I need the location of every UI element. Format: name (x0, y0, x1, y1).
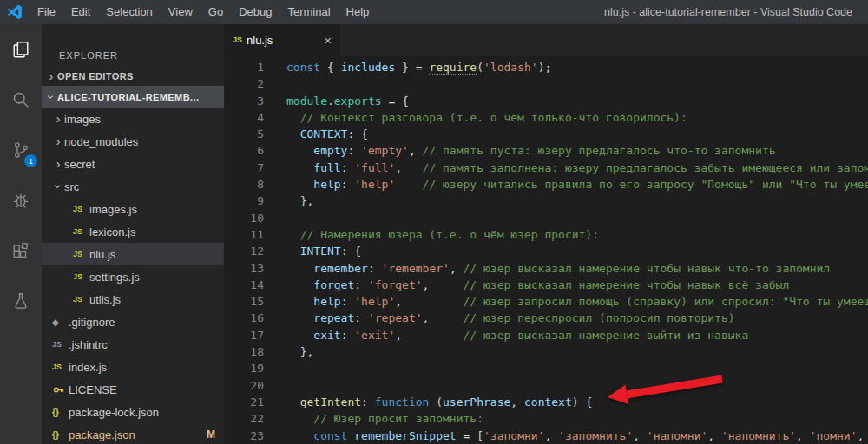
menu-help[interactable]: Help (339, 0, 378, 24)
menu-selection[interactable]: Selection (98, 0, 160, 24)
code-line-13[interactable]: remember: 'remember', // юзер высказал н… (286, 260, 868, 277)
activity-search[interactable] (0, 75, 42, 125)
code-line-20[interactable] (286, 377, 868, 394)
tree-item-.gitignore[interactable]: ◆.gitignore (42, 310, 224, 333)
tree-item-label: node_modules (64, 135, 138, 148)
activity-extensions[interactable] (0, 225, 42, 276)
tree-item-.jshintrc[interactable]: JS.jshintrc (42, 333, 224, 356)
line-number: 6 (224, 142, 264, 159)
json-file-icon: {} (52, 408, 69, 417)
tree-item-label: lexicon.js (89, 225, 135, 238)
code-line-19[interactable] (286, 360, 868, 376)
code-lines[interactable]: const { includes } = require('lodash');m… (286, 59, 868, 444)
code-line-11[interactable]: // Намерения юзера (т.е. о чём юзер прос… (286, 226, 868, 243)
line-number: 14 (224, 277, 264, 293)
line-number: 18 (224, 343, 264, 360)
tree-item-images.js[interactable]: JSimages.js (42, 198, 224, 220)
activity-debug[interactable] (0, 175, 42, 225)
menu-view[interactable]: View (161, 0, 201, 24)
code-line-3[interactable]: module.exports = { (286, 93, 868, 109)
explorer-sidebar: EXPLORER › OPEN EDITORS › ALICE-TUTORIAL… (42, 24, 224, 444)
activity-source-control[interactable]: 1 (0, 125, 42, 175)
line-number: 2 (224, 75, 264, 92)
tree-item-package-lock.json[interactable]: {}package-lock.json (42, 401, 224, 423)
menu-go[interactable]: Go (201, 0, 231, 24)
tree-item-lexicon.js[interactable]: JSlexicon.js (42, 220, 224, 243)
workbench: 1 EXPLORER › OPEN EDITORS › ALICE-TUTORI… (0, 24, 868, 444)
code-line-4[interactable]: // Контекст разговора (т.е. о чём только… (286, 109, 868, 126)
js-file-icon: JS (52, 340, 69, 349)
tree-item-index.js[interactable]: JSindex.js (42, 356, 224, 378)
code-line-22[interactable]: // Юзер просит запомнить: (286, 410, 868, 427)
tree-item-label: utils.js (89, 293, 121, 306)
tree-item-node-modules[interactable]: ›node_modules (42, 130, 224, 153)
js-file-icon: JS (73, 295, 89, 304)
menu-file[interactable]: File (30, 0, 63, 24)
sidebar-title: EXPLORER (42, 24, 224, 66)
tree-item-label: secret (64, 158, 95, 171)
tree-item-src[interactable]: ›src (42, 175, 224, 198)
folder-section[interactable]: › ALICE-TUTORIAL-REMEMB... (42, 86, 224, 108)
menu-debug[interactable]: Debug (231, 0, 279, 24)
line-number: 9 (224, 193, 264, 209)
tree-item-images[interactable]: ›images (42, 108, 224, 130)
line-number: 21 (224, 394, 264, 410)
js-file-icon: JS (73, 272, 89, 281)
line-number: 22 (224, 410, 264, 427)
open-editors-section[interactable]: › OPEN EDITORS (42, 66, 224, 86)
menubar: FileEditSelectionViewGoDebugTerminalHelp (30, 0, 377, 24)
code-line-17[interactable]: exit: 'exit', // юзер высказал намерение… (286, 327, 868, 343)
tree-item-label: package.json (69, 428, 135, 441)
file-tree: ›images›node_modules›secret›srcJSimages.… (42, 108, 224, 444)
json-file-icon: {} (52, 430, 69, 440)
activity-test[interactable] (0, 276, 42, 326)
tree-item-label: nlu.js (89, 248, 115, 261)
code-line-21[interactable]: getIntent: function (userPhrase, context… (286, 394, 868, 410)
line-number: 13 (224, 260, 264, 277)
folder-label: ALICE-TUTORIAL-REMEMB... (57, 92, 199, 102)
tree-item-secret[interactable]: ›secret (42, 153, 224, 175)
code-line-15[interactable]: help: 'help', // юзер запросил помощь (с… (286, 293, 868, 310)
line-number: 12 (224, 243, 264, 259)
tree-item-label: src (64, 180, 79, 193)
code-line-5[interactable]: CONTEXT: { (286, 126, 868, 142)
chevron-right-icon: › (52, 113, 64, 125)
chevron-down-icon: › (45, 91, 57, 103)
line-number: 5 (224, 126, 264, 142)
js-file-icon: JS (233, 36, 242, 44)
chevron-right-icon: › (52, 158, 64, 170)
line-number: 1 (224, 59, 264, 75)
activity-explorer[interactable] (0, 24, 42, 75)
code-editor: 1234567891011121314151617181920212223 co… (224, 56, 868, 444)
code-line-7[interactable]: full: 'full', // память заполнена: юзеру… (286, 160, 868, 176)
code-line-14[interactable]: forget: 'forget', // юзер высказал намер… (286, 277, 868, 293)
tree-item-settings.js[interactable]: JSsettings.js (42, 265, 224, 288)
code-line-6[interactable]: empty: 'empty', // память пуста: юзеру п… (286, 142, 868, 159)
code-line-18[interactable]: }, (286, 343, 868, 360)
menu-edit[interactable]: Edit (63, 0, 98, 24)
tab-nlu-js[interactable]: JS nlu.js × (224, 24, 340, 56)
code-line-12[interactable]: INTENT: { (286, 243, 868, 259)
code-line-9[interactable]: }, (286, 193, 868, 209)
tab-label: nlu.js (247, 34, 273, 47)
tree-item-package.json[interactable]: {}package.jsonM (42, 423, 224, 444)
tree-item-license[interactable]: LICENSE (42, 378, 224, 401)
tree-item-nlu.js[interactable]: JSnlu.js (42, 243, 224, 265)
tab-bar: JS nlu.js × (224, 24, 868, 56)
code-line-16[interactable]: repeat: 'repeat', // юзер переспросил (п… (286, 310, 868, 326)
js-file-icon: JS (52, 362, 69, 371)
tree-item-utils.js[interactable]: JSutils.js (42, 288, 224, 310)
menu-terminal[interactable]: Terminal (279, 0, 338, 24)
key-icon (52, 383, 69, 396)
code-line-10[interactable] (286, 210, 868, 226)
editor-group: JS nlu.js × 1234567891011121314151617181… (224, 24, 868, 444)
code-line-2[interactable] (286, 75, 868, 92)
code-line-8[interactable]: help: 'help' // юзеру читались правила п… (286, 176, 868, 193)
flask-icon (11, 291, 30, 310)
files-icon (11, 40, 30, 59)
line-number: 11 (224, 226, 264, 243)
code-line-23[interactable]: const rememberSnippet = ['запомни', 'зап… (286, 428, 868, 444)
open-editors-label: OPEN EDITORS (57, 71, 134, 82)
close-icon[interactable]: × (324, 33, 332, 48)
code-line-1[interactable]: const { includes } = require('lodash'); (286, 59, 868, 75)
